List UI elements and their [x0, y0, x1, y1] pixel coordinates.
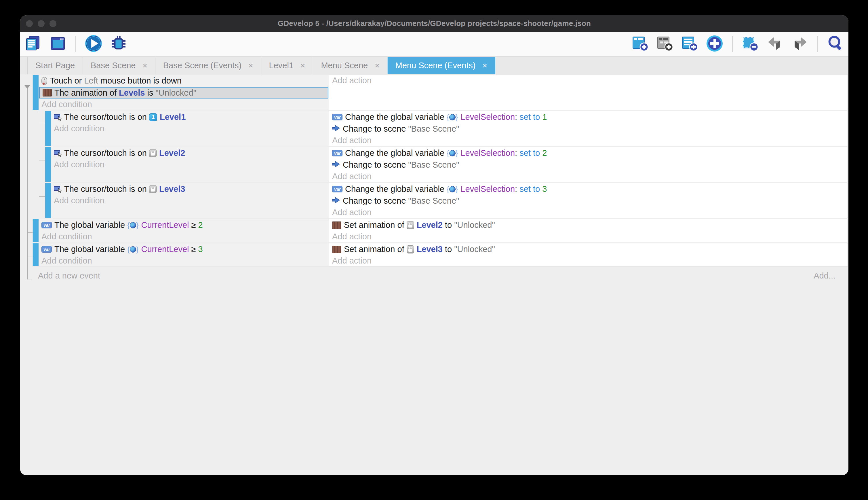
action-row[interactable]: Change to scene "Base Scene": [329, 195, 847, 207]
tab-close-icon[interactable]: ×: [301, 61, 305, 70]
window-title: GDevelop 5 - /Users/dkarakay/Documents/G…: [20, 19, 848, 28]
event: The cursor/touch is on Level3Add conditi…: [45, 183, 848, 218]
add-new-event-button[interactable]: Add a new event: [38, 271, 100, 281]
action-row[interactable]: Change to scene "Base Scene": [329, 159, 847, 171]
conditions-pane: The cursor/touch is on Level2Add conditi…: [51, 147, 329, 182]
undo-button[interactable]: [766, 35, 784, 53]
add-condition-button[interactable]: Add condition: [51, 159, 329, 170]
project-manager-icon: [25, 35, 42, 53]
tab-level1[interactable]: Level1×: [261, 57, 314, 74]
events-sheet: Touch or Left mouse button is downThe an…: [20, 74, 848, 475]
condition-text-segment: is: [145, 88, 155, 98]
add-event-button[interactable]: [631, 35, 649, 53]
condition-text-segment: The cursor/touch is on: [64, 112, 149, 122]
action-row[interactable]: Set animation of Level3 to "Unlocked": [329, 243, 847, 255]
event-handle-bar[interactable]: [33, 243, 38, 266]
scene-list-button[interactable]: [49, 35, 67, 53]
condition-text-segment: Touch or: [50, 76, 84, 86]
tab-menu-scene[interactable]: Menu Scene×: [313, 57, 387, 74]
collapse-triangle[interactable]: [24, 85, 30, 89]
add-action-button[interactable]: Add action: [329, 207, 847, 218]
action-text-segment: Level3: [417, 245, 443, 254]
condition-text-segment: The animation of: [55, 88, 119, 98]
action-row[interactable]: VarChange the global variable {}LevelSel…: [329, 111, 847, 123]
add-other-event-button[interactable]: [706, 35, 724, 53]
levels-sprite-icon: [332, 221, 341, 229]
condition-row[interactable]: The cursor/touch is on 1Level1: [51, 111, 329, 123]
condition-row[interactable]: The cursor/touch is on Level3: [51, 183, 329, 195]
toolbar-separator: [732, 36, 733, 52]
add-other-event-icon: [706, 35, 723, 53]
event-handle-bar[interactable]: [45, 183, 51, 218]
condition-text-segment: The global variable: [55, 220, 127, 230]
add-condition-button[interactable]: Add condition: [38, 231, 329, 242]
action-text-segment: "Base Scene": [408, 124, 459, 134]
condition-text-segment: ≥: [189, 220, 198, 230]
play-preview-button[interactable]: [85, 35, 103, 53]
tab-label: Base Scene: [91, 61, 136, 70]
play-preview-icon: [85, 35, 102, 53]
var-icon: Var: [332, 114, 342, 121]
condition-row[interactable]: The cursor/touch is on Level2: [51, 147, 329, 159]
action-row[interactable]: VarChange the global variable {}LevelSel…: [329, 147, 847, 159]
action-text-segment: Add action: [332, 172, 372, 181]
action-text-segment: :: [515, 148, 519, 158]
action-row[interactable]: Set animation of Level2 to "Unlocked": [329, 219, 847, 231]
cursor-icon: [54, 186, 62, 192]
tab-base-scene-events[interactable]: Base Scene (Events)×: [155, 57, 261, 74]
search-button[interactable]: [826, 35, 844, 53]
tab-menu-scene-events[interactable]: Menu Scene (Events)×: [388, 57, 495, 74]
action-text-segment: "Unlocked": [454, 220, 495, 230]
add-subevent-button[interactable]: [656, 35, 674, 53]
condition-text-segment: Level1: [160, 112, 186, 122]
add-condition-button[interactable]: Add condition: [38, 99, 329, 110]
event-handle-bar[interactable]: [33, 75, 38, 110]
tab-label: Menu Scene (Events): [396, 61, 476, 70]
add-action-button[interactable]: Add action: [329, 231, 847, 242]
action-text-segment: LevelSelection: [460, 148, 515, 158]
add-action-button[interactable]: Add action: [329, 255, 847, 266]
conditions-pane: VarThe global variable {}CurrentLevel ≥ …: [38, 243, 329, 266]
event-handle-bar[interactable]: [33, 219, 38, 242]
action-text-segment: LevelSelection: [460, 112, 515, 122]
tab-close-icon[interactable]: ×: [248, 61, 253, 70]
condition-text-segment: CurrentLevel: [141, 245, 189, 254]
tab-close-icon[interactable]: ×: [482, 61, 487, 70]
add-comment-button[interactable]: [681, 35, 699, 53]
add-more-button[interactable]: Add...: [813, 271, 835, 281]
add-action-button[interactable]: Add action: [329, 75, 847, 86]
change-scene-icon: [332, 160, 340, 170]
add-condition-button[interactable]: Add condition: [51, 195, 329, 206]
add-action-button[interactable]: Add action: [329, 135, 847, 146]
condition-text-segment: Add condition: [42, 232, 92, 241]
tab-label: Base Scene (Events): [163, 61, 242, 70]
add-condition-button[interactable]: Add condition: [38, 255, 329, 266]
tab-base-scene[interactable]: Base Scene×: [83, 57, 155, 74]
condition-row[interactable]: Touch or Left mouse button is down: [38, 75, 329, 87]
toolbar-right-group: [631, 35, 844, 53]
events-list: Touch or Left mouse button is downThe an…: [20, 74, 848, 266]
condition-row[interactable]: VarThe global variable {}CurrentLevel ≥ …: [38, 243, 329, 255]
action-text-segment: Change to scene: [343, 196, 408, 206]
action-text-segment: "Base Scene": [408, 196, 459, 206]
project-manager-button[interactable]: [24, 35, 42, 53]
condition-row[interactable]: The animation of Levels is "Unlocked": [39, 87, 328, 99]
action-row[interactable]: VarChange the global variable {}LevelSel…: [329, 183, 847, 195]
tab-close-icon[interactable]: ×: [375, 61, 379, 70]
add-condition-button[interactable]: Add condition: [51, 123, 329, 134]
tab-start-page[interactable]: Start Page: [27, 57, 83, 74]
condition-text-segment: Level3: [159, 184, 185, 194]
action-text-segment: Level2: [417, 220, 443, 230]
locked-level-icon: [149, 149, 156, 157]
condition-text-segment: "Unlocked": [155, 88, 196, 98]
event-handle-bar[interactable]: [45, 111, 51, 146]
event: VarThe global variable {}CurrentLevel ≥ …: [33, 243, 848, 266]
condition-row[interactable]: VarThe global variable {}CurrentLevel ≥ …: [38, 219, 329, 231]
action-row[interactable]: Change to scene "Base Scene": [329, 123, 847, 135]
add-action-button[interactable]: Add action: [329, 171, 847, 182]
redo-button[interactable]: [791, 35, 809, 53]
event-handle-bar[interactable]: [45, 147, 51, 182]
delete-selection-button[interactable]: [741, 35, 759, 53]
tab-close-icon[interactable]: ×: [142, 61, 147, 70]
debug-button[interactable]: [109, 35, 127, 53]
